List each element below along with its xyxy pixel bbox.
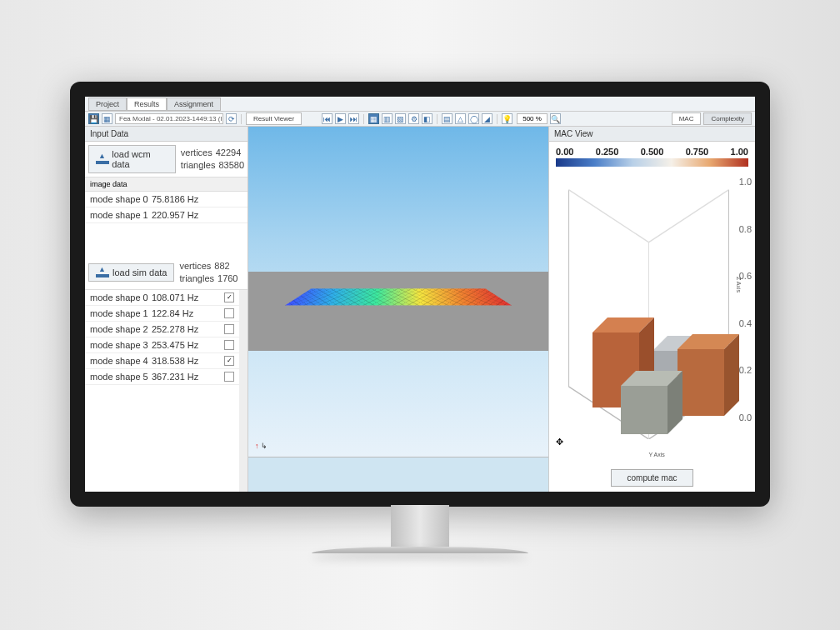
compute-mac-button[interactable]: compute mac — [611, 469, 692, 487]
bulb-icon[interactable]: 💡 — [502, 113, 512, 124]
tab-project[interactable]: Project — [88, 98, 127, 111]
sim-mode-list: mode shape 0 108.071 Hz ✓ mode shape 1 1… — [85, 290, 239, 492]
upload-icon — [96, 154, 108, 164]
checkbox[interactable]: ✓ — [224, 356, 234, 366]
monitor-frame: Project Results Assignment 💾 ▦ Fea Modal… — [70, 82, 770, 548]
skip-back-icon[interactable]: ⏮ — [322, 113, 332, 124]
result-dropdown[interactable]: Fea Modal - 02.01.2023-1449:13 (l... — [115, 113, 223, 124]
zoom-icon[interactable]: 🔍 — [550, 113, 561, 124]
checkbox[interactable] — [224, 324, 234, 334]
monitor-stand-neck — [391, 505, 449, 547]
zoom-value[interactable]: 500 % — [517, 113, 548, 124]
wcm-stats: vertices 42294 triangles 83580 — [181, 147, 244, 172]
mode-row[interactable]: mode shape 4 318.538 Hz ✓ — [85, 353, 239, 369]
save-icon[interactable]: 💾 — [88, 113, 99, 124]
status-strip — [248, 457, 548, 492]
mode-row[interactable]: mode shape 5 367.231 Hz — [85, 369, 239, 385]
tab-mac[interactable]: MAC — [672, 112, 702, 125]
scrollbar-vertical[interactable] — [239, 290, 248, 492]
y-axis-label: Y Axis — [649, 452, 665, 458]
wcm-mode-list: mode shape 0 75.8186 Hz mode shape 1 220… — [85, 192, 248, 223]
input-data-header: Input Data — [85, 127, 248, 142]
viewport-3d[interactable]: ↳ — [248, 127, 548, 457]
mode-row[interactable]: mode shape 3 253.475 Hz — [85, 338, 239, 353]
cube-icon[interactable]: ◧ — [422, 113, 432, 124]
load-sim-label: load sim data — [112, 268, 167, 278]
mac-3d-plot[interactable]: 1.00.80.60.40.20.0 Z Axis Y Axis ✥ — [549, 168, 755, 464]
checkbox[interactable] — [224, 340, 234, 350]
colorbar-icon — [556, 158, 748, 167]
doc-icon[interactable]: ▦ — [102, 113, 112, 124]
mode-row[interactable]: mode shape 2 252.278 Hz — [85, 322, 239, 338]
checkbox[interactable] — [224, 308, 234, 318]
tab-result-viewer[interactable]: Result Viewer — [246, 112, 302, 125]
image-data-header: image data — [85, 178, 248, 192]
mode-row[interactable]: mode shape 0 75.8186 Hz — [85, 192, 248, 208]
mac-bar — [621, 386, 668, 434]
orientation-icon[interactable]: ✥ — [556, 437, 563, 448]
z-axis-ticks: 1.00.80.60.40.20.0 — [739, 177, 752, 422]
refresh-icon[interactable]: ⟳ — [226, 113, 237, 124]
load-wcm-label: load wcm data — [112, 149, 168, 169]
left-panel: Input Data load wcm data vertices 42294 … — [85, 127, 248, 492]
mode-row[interactable]: mode shape 1 122.84 Hz — [85, 306, 239, 322]
right-panel: MAC View 0.00 0.250 0.500 0.750 1.00 — [548, 127, 755, 492]
mac-view-header: MAC View — [549, 127, 755, 142]
export-icon[interactable]: ▧ — [395, 113, 406, 124]
checkbox[interactable]: ✓ — [224, 292, 234, 302]
z-axis-label: Z Axis — [736, 277, 742, 292]
main-toolbar: 💾 ▦ Fea Modal - 02.01.2023-1449:13 (l...… — [85, 112, 755, 127]
monitor-stand-base — [312, 547, 528, 553]
screen: Project Results Assignment 💾 ▦ Fea Modal… — [85, 97, 755, 492]
play-icon[interactable]: ▶ — [335, 113, 346, 124]
upload-icon — [96, 268, 109, 278]
svg-line-0 — [569, 190, 649, 242]
center-panel: ↳ — [248, 127, 548, 492]
mode-row[interactable]: mode shape 0 108.071 Hz ✓ — [85, 290, 239, 306]
circle-icon[interactable]: ◯ — [468, 113, 479, 124]
color-scale: 0.00 0.250 0.500 0.750 1.00 — [549, 142, 755, 168]
skip-fwd-icon[interactable]: ⏭ — [348, 113, 359, 124]
mesh-render — [290, 265, 507, 323]
tab-complexity[interactable]: Complexity — [703, 112, 752, 125]
axis-widget-icon: ↳ — [255, 442, 268, 450]
checkbox[interactable] — [224, 372, 234, 382]
svg-line-1 — [649, 190, 729, 242]
palette-icon[interactable]: ◢ — [482, 113, 492, 124]
mac-bar — [678, 349, 724, 416]
settings-icon[interactable]: ⚙ — [408, 113, 419, 124]
table-icon[interactable]: ▤ — [442, 113, 452, 124]
bezel: Project Results Assignment 💾 ▦ Fea Modal… — [70, 82, 770, 507]
load-sim-button[interactable]: load sim data — [88, 263, 174, 282]
sim-stats: vertices 882 triangles 1760 — [179, 260, 238, 286]
tab-results[interactable]: Results — [127, 98, 167, 111]
grid-icon[interactable]: ▦ — [368, 113, 379, 124]
tab-assignment[interactable]: Assignment — [167, 98, 221, 111]
mode-row[interactable]: mode shape 1 220.957 Hz — [85, 208, 248, 223]
load-wcm-button[interactable]: load wcm data — [88, 145, 176, 173]
warn-icon[interactable]: △ — [455, 113, 466, 124]
top-tab-bar: Project Results Assignment — [85, 97, 755, 112]
layers-icon[interactable]: ▥ — [382, 113, 392, 124]
